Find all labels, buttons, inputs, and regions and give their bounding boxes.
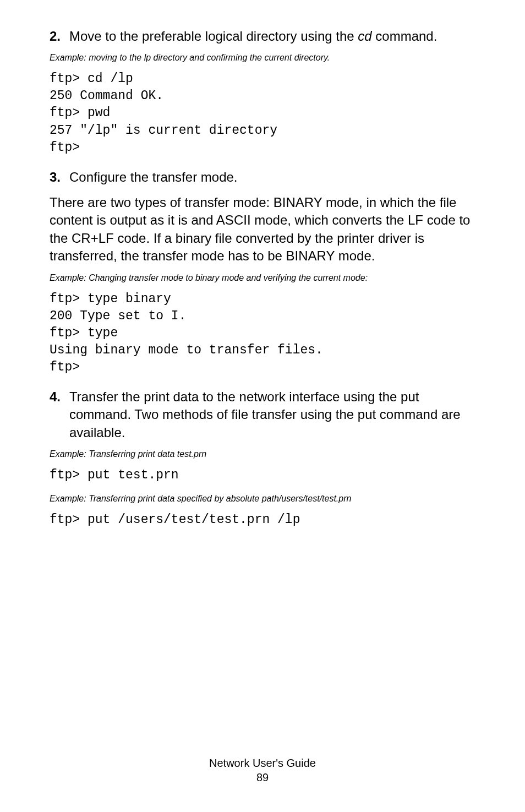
step-3-intro: Configure the transfer mode. [69,168,475,186]
step-3-para: There are two types of transfer mode: BI… [50,194,475,265]
step-4: 4. Transfer the print data to the networ… [50,388,475,528]
step-4-example1-label: Example: Transferring print data test.pr… [50,449,475,459]
step-2-number: 2. [50,28,69,45]
step-2-intro-em: cd [358,29,371,43]
step-2: 2. Move to the preferable logical direct… [50,28,475,156]
document-page: 2. Move to the preferable logical direct… [0,0,525,812]
step-2-intro-post: command. [372,29,438,43]
step-2-intro: Move to the preferable logical directory… [69,28,475,45]
step-3-number: 3. [50,168,69,186]
step-2-example-label: Example: moving to the lp directory and … [50,53,475,63]
footer-title: Network User's Guide [0,756,525,770]
page-footer: Network User's Guide 89 [0,756,525,784]
step-4-code2: ftp> put /users/test/test.prn /lp [50,511,475,528]
step-2-heading: 2. Move to the preferable logical direct… [50,28,475,45]
step-3-code: ftp> type binary 200 Type set to I. ftp>… [50,291,475,376]
step-4-intro: Transfer the print data to the network i… [69,388,475,442]
step-4-number: 4. [50,388,69,406]
step-3-heading: 3. Configure the transfer mode. [50,168,475,186]
step-3: 3. Configure the transfer mode. There ar… [50,168,475,376]
footer-page-number: 89 [0,770,525,784]
step-4-code1: ftp> put test.prn [50,467,475,484]
step-4-heading: 4. Transfer the print data to the networ… [50,388,475,442]
step-3-example-label: Example: Changing transfer mode to binar… [50,273,475,283]
step-4-example2-label: Example: Transferring print data specifi… [50,494,475,504]
step-2-intro-pre: Move to the preferable logical directory… [69,29,358,43]
step-2-code: ftp> cd /lp 250 Command OK. ftp> pwd 257… [50,70,475,156]
